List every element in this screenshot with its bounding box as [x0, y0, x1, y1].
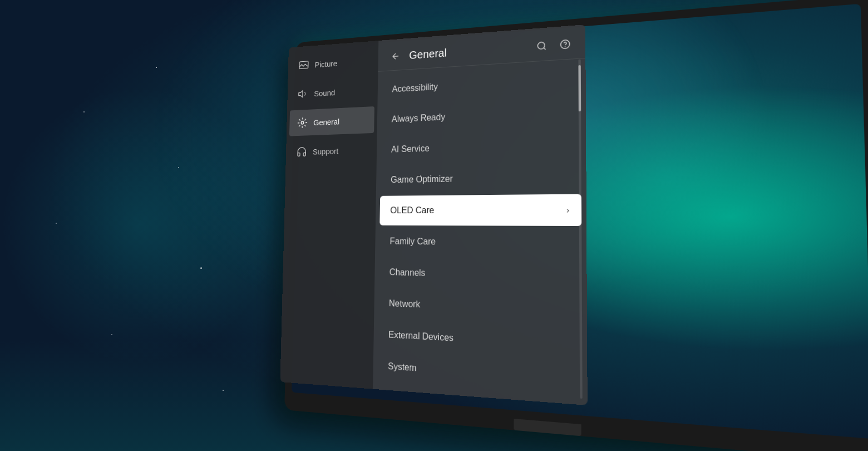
menu-item-game-optimizer[interactable]: Game Optimizer: [380, 161, 581, 195]
sidebar-label-sound: Sound: [314, 88, 335, 98]
sidebar-label-picture: Picture: [314, 58, 337, 69]
menu-label-channels: Channels: [389, 267, 426, 278]
back-icon: [391, 51, 401, 61]
menu-label-ai-service: AI Service: [391, 144, 430, 155]
search-button[interactable]: [534, 37, 550, 54]
support-icon: [297, 146, 307, 158]
menu-label-network: Network: [389, 298, 420, 310]
back-button[interactable]: [388, 48, 403, 65]
sound-icon: [298, 88, 308, 100]
general-icon: [297, 117, 308, 129]
picture-icon: [298, 59, 309, 71]
panel-list: Accessibility Always Ready AI Service Ga…: [373, 58, 588, 405]
menu-label-oled-care: OLED Care: [390, 205, 434, 215]
search-icon: [536, 41, 547, 52]
menu-label-always-ready: Always Ready: [392, 112, 445, 125]
menu-item-ai-service[interactable]: AI Service: [381, 128, 581, 164]
scrollbar-thumb[interactable]: [578, 65, 581, 111]
svg-marker-1: [299, 91, 303, 97]
chevron-right-icon: ›: [566, 205, 569, 215]
menu-item-family-care[interactable]: Family Care: [379, 227, 581, 259]
menu-item-channels[interactable]: Channels: [379, 257, 582, 293]
sidebar-item-picture[interactable]: Picture: [291, 47, 376, 79]
sidebar-item-support[interactable]: Support: [289, 136, 374, 165]
menu-label-family-care: Family Care: [389, 237, 436, 247]
svg-point-2: [301, 121, 304, 124]
menu-label-system: System: [388, 361, 417, 374]
menu-label-game-optimizer: Game Optimizer: [391, 174, 453, 185]
help-icon: [560, 39, 570, 50]
svg-rect-0: [299, 61, 308, 69]
tv-container: Picture Sound General: [256, 17, 840, 429]
menu-label-external-devices: External Devices: [388, 330, 453, 343]
menu-item-oled-care[interactable]: OLED Care ›: [379, 194, 581, 226]
main-panel: General: [373, 24, 588, 405]
sidebar-label-general: General: [313, 117, 339, 127]
panel-title: General: [409, 41, 526, 61]
settings-sidebar: Picture Sound General: [280, 41, 378, 389]
sidebar-label-support: Support: [313, 146, 338, 156]
settings-menu: Picture Sound General: [280, 24, 587, 405]
sidebar-item-sound[interactable]: Sound: [290, 77, 375, 107]
menu-label-accessibility: Accessibility: [392, 82, 437, 94]
help-button[interactable]: [557, 36, 574, 53]
sidebar-item-general[interactable]: General: [289, 106, 374, 136]
